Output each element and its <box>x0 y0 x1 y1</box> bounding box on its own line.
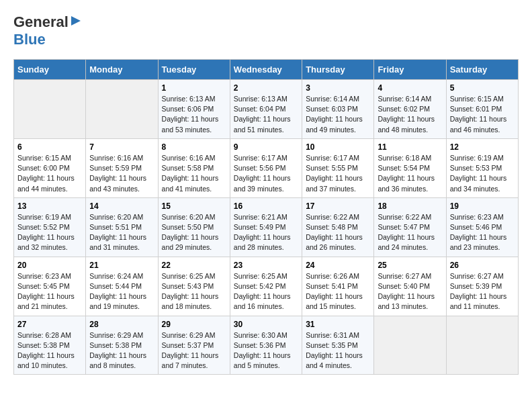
day-info: Sunrise: 6:20 AM Sunset: 5:51 PM Dayligh… <box>89 212 154 253</box>
page-header: General Blue <box>13 13 519 48</box>
calendar-cell: 31Sunrise: 6:31 AM Sunset: 5:35 PM Dayli… <box>302 316 374 375</box>
day-number: 7 <box>89 142 154 152</box>
day-number: 6 <box>17 142 82 152</box>
day-info: Sunrise: 6:15 AM Sunset: 6:01 PM Dayligh… <box>450 94 515 135</box>
day-info: Sunrise: 6:22 AM Sunset: 5:48 PM Dayligh… <box>306 212 370 253</box>
day-info: Sunrise: 6:15 AM Sunset: 6:00 PM Dayligh… <box>17 153 82 194</box>
header-saturday: Saturday <box>446 60 518 80</box>
day-info: Sunrise: 6:17 AM Sunset: 5:55 PM Dayligh… <box>306 153 370 194</box>
calendar-cell: 24Sunrise: 6:26 AM Sunset: 5:41 PM Dayli… <box>302 257 374 316</box>
header-tuesday: Tuesday <box>158 60 230 80</box>
day-info: Sunrise: 6:14 AM Sunset: 6:02 PM Dayligh… <box>378 94 442 135</box>
calendar-cell: 18Sunrise: 6:22 AM Sunset: 5:47 PM Dayli… <box>374 197 446 257</box>
calendar-cell: 19Sunrise: 6:23 AM Sunset: 5:46 PM Dayli… <box>446 197 518 257</box>
day-number: 30 <box>234 320 298 329</box>
day-info: Sunrise: 6:24 AM Sunset: 5:44 PM Dayligh… <box>89 271 154 312</box>
day-number: 28 <box>89 320 154 329</box>
day-info: Sunrise: 6:16 AM Sunset: 5:59 PM Dayligh… <box>89 153 154 194</box>
calendar-cell <box>86 80 158 139</box>
day-info: Sunrise: 6:20 AM Sunset: 5:50 PM Dayligh… <box>162 212 226 253</box>
day-number: 10 <box>306 142 370 152</box>
calendar-cell: 17Sunrise: 6:22 AM Sunset: 5:48 PM Dayli… <box>302 197 374 257</box>
svg-marker-0 <box>71 16 81 26</box>
day-info: Sunrise: 6:26 AM Sunset: 5:41 PM Dayligh… <box>306 271 370 312</box>
day-info: Sunrise: 6:25 AM Sunset: 5:42 PM Dayligh… <box>234 271 298 312</box>
calendar-cell <box>446 316 518 375</box>
day-number: 16 <box>234 201 298 211</box>
calendar-header-row: SundayMondayTuesdayWednesdayThursdayFrid… <box>14 60 519 80</box>
day-number: 20 <box>17 261 82 270</box>
day-number: 14 <box>89 201 154 211</box>
calendar-cell: 20Sunrise: 6:23 AM Sunset: 5:45 PM Dayli… <box>14 257 86 316</box>
day-number: 1 <box>162 83 226 93</box>
calendar-table: SundayMondayTuesdayWednesdayThursdayFrid… <box>13 59 519 375</box>
header-thursday: Thursday <box>302 60 374 80</box>
day-number: 5 <box>450 83 515 93</box>
calendar-cell: 25Sunrise: 6:27 AM Sunset: 5:40 PM Dayli… <box>374 257 446 316</box>
week-row-5: 27Sunrise: 6:28 AM Sunset: 5:38 PM Dayli… <box>14 316 519 375</box>
day-info: Sunrise: 6:23 AM Sunset: 5:45 PM Dayligh… <box>17 271 82 312</box>
logo-arrow-icon <box>70 15 82 27</box>
day-number: 18 <box>378 201 442 211</box>
day-number: 23 <box>234 261 298 270</box>
day-number: 21 <box>89 261 154 270</box>
day-info: Sunrise: 6:30 AM Sunset: 5:36 PM Dayligh… <box>234 330 298 371</box>
day-number: 9 <box>234 142 298 152</box>
calendar-cell: 14Sunrise: 6:20 AM Sunset: 5:51 PM Dayli… <box>86 197 158 257</box>
day-number: 27 <box>17 320 82 329</box>
calendar-cell <box>374 316 446 375</box>
day-number: 22 <box>162 261 226 270</box>
day-info: Sunrise: 6:13 AM Sunset: 6:06 PM Dayligh… <box>162 94 226 135</box>
day-info: Sunrise: 6:25 AM Sunset: 5:43 PM Dayligh… <box>162 271 226 312</box>
day-info: Sunrise: 6:22 AM Sunset: 5:47 PM Dayligh… <box>378 212 442 253</box>
header-monday: Monday <box>86 60 158 80</box>
day-info: Sunrise: 6:19 AM Sunset: 5:53 PM Dayligh… <box>450 153 515 194</box>
day-number: 11 <box>378 142 442 152</box>
calendar-cell: 11Sunrise: 6:18 AM Sunset: 5:54 PM Dayli… <box>374 138 446 197</box>
logo-blue: Blue <box>13 31 46 48</box>
calendar-cell: 16Sunrise: 6:21 AM Sunset: 5:49 PM Dayli… <box>230 197 302 257</box>
week-row-2: 6Sunrise: 6:15 AM Sunset: 6:00 PM Daylig… <box>14 138 519 197</box>
calendar-cell: 5Sunrise: 6:15 AM Sunset: 6:01 PM Daylig… <box>446 80 518 139</box>
calendar-cell: 23Sunrise: 6:25 AM Sunset: 5:42 PM Dayli… <box>230 257 302 316</box>
logo: General Blue <box>13 13 82 48</box>
calendar-cell: 21Sunrise: 6:24 AM Sunset: 5:44 PM Dayli… <box>86 257 158 316</box>
calendar-cell: 10Sunrise: 6:17 AM Sunset: 5:55 PM Dayli… <box>302 138 374 197</box>
day-info: Sunrise: 6:16 AM Sunset: 5:58 PM Dayligh… <box>162 153 226 194</box>
week-row-3: 13Sunrise: 6:19 AM Sunset: 5:52 PM Dayli… <box>14 197 519 257</box>
day-number: 31 <box>306 320 370 329</box>
day-number: 26 <box>450 261 515 270</box>
calendar-cell: 30Sunrise: 6:30 AM Sunset: 5:36 PM Dayli… <box>230 316 302 375</box>
calendar-cell: 8Sunrise: 6:16 AM Sunset: 5:58 PM Daylig… <box>158 138 230 197</box>
day-info: Sunrise: 6:21 AM Sunset: 5:49 PM Dayligh… <box>234 212 298 253</box>
week-row-1: 1Sunrise: 6:13 AM Sunset: 6:06 PM Daylig… <box>14 80 519 139</box>
day-info: Sunrise: 6:29 AM Sunset: 5:38 PM Dayligh… <box>89 330 154 371</box>
calendar-cell: 26Sunrise: 6:27 AM Sunset: 5:39 PM Dayli… <box>446 257 518 316</box>
calendar-cell: 4Sunrise: 6:14 AM Sunset: 6:02 PM Daylig… <box>374 80 446 139</box>
calendar-cell: 15Sunrise: 6:20 AM Sunset: 5:50 PM Dayli… <box>158 197 230 257</box>
day-info: Sunrise: 6:13 AM Sunset: 6:04 PM Dayligh… <box>234 94 298 135</box>
day-info: Sunrise: 6:14 AM Sunset: 6:03 PM Dayligh… <box>306 94 370 135</box>
day-number: 29 <box>162 320 226 329</box>
day-number: 8 <box>162 142 226 152</box>
day-number: 19 <box>450 201 515 211</box>
header-wednesday: Wednesday <box>230 60 302 80</box>
day-info: Sunrise: 6:19 AM Sunset: 5:52 PM Dayligh… <box>17 212 82 253</box>
calendar-cell: 7Sunrise: 6:16 AM Sunset: 5:59 PM Daylig… <box>86 138 158 197</box>
calendar-cell: 9Sunrise: 6:17 AM Sunset: 5:56 PM Daylig… <box>230 138 302 197</box>
calendar-cell: 29Sunrise: 6:29 AM Sunset: 5:37 PM Dayli… <box>158 316 230 375</box>
day-number: 17 <box>306 201 370 211</box>
calendar-cell: 27Sunrise: 6:28 AM Sunset: 5:38 PM Dayli… <box>14 316 86 375</box>
calendar-cell: 2Sunrise: 6:13 AM Sunset: 6:04 PM Daylig… <box>230 80 302 139</box>
day-number: 3 <box>306 83 370 93</box>
day-number: 25 <box>378 261 442 270</box>
calendar-cell: 1Sunrise: 6:13 AM Sunset: 6:06 PM Daylig… <box>158 80 230 139</box>
header-sunday: Sunday <box>14 60 86 80</box>
day-info: Sunrise: 6:18 AM Sunset: 5:54 PM Dayligh… <box>378 153 442 194</box>
header-friday: Friday <box>374 60 446 80</box>
calendar-cell <box>14 80 86 139</box>
day-info: Sunrise: 6:17 AM Sunset: 5:56 PM Dayligh… <box>234 153 298 194</box>
day-number: 2 <box>234 83 298 93</box>
day-number: 15 <box>162 201 226 211</box>
day-info: Sunrise: 6:27 AM Sunset: 5:39 PM Dayligh… <box>450 271 515 312</box>
